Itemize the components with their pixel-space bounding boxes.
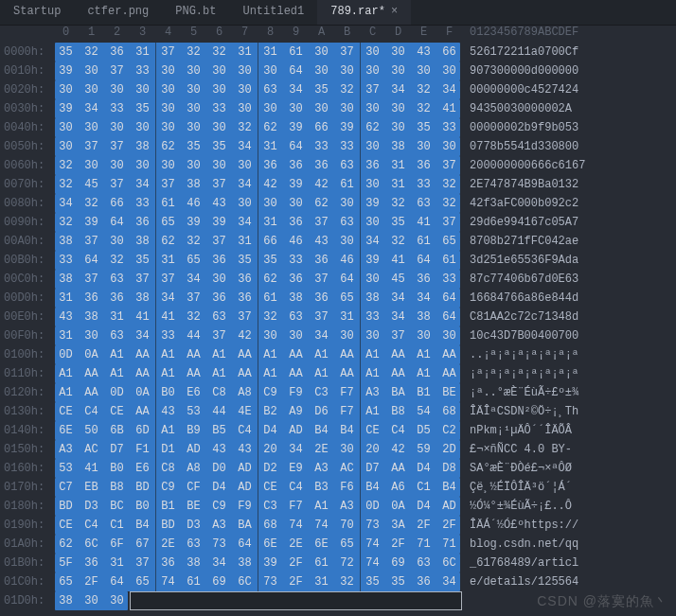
hex-byte[interactable]: 38 — [360, 289, 385, 308]
hex-byte[interactable]: AC — [79, 440, 104, 459]
hex-byte[interactable]: 30 — [334, 194, 360, 213]
hex-byte[interactable]: 30 — [360, 62, 385, 80]
hex-byte[interactable]: F7 — [334, 383, 360, 402]
hex-byte[interactable]: B4 — [334, 421, 360, 440]
hex-byte[interactable]: 30 — [130, 156, 155, 175]
hex-byte[interactable]: 64 — [411, 251, 436, 270]
row-ascii[interactable]: C81AA2c72c71348d — [462, 308, 578, 326]
hex-byte[interactable]: 61 — [258, 289, 283, 308]
hex-byte[interactable]: 31 — [334, 308, 360, 326]
hex-byte[interactable]: AD — [436, 497, 462, 516]
hex-byte[interactable]: 30 — [104, 232, 130, 251]
hex-byte[interactable]: D4 — [206, 478, 232, 497]
hex-byte[interactable]: 30 — [258, 62, 283, 80]
hex-byte[interactable]: 36 — [79, 289, 104, 308]
hex-byte[interactable]: 31 — [309, 572, 334, 591]
hex-byte[interactable]: 36 — [104, 289, 130, 308]
hex-byte[interactable]: 35 — [181, 137, 206, 156]
hex-byte[interactable]: 30 — [360, 213, 385, 232]
hex-byte[interactable]: D2 — [258, 459, 283, 478]
hex-byte[interactable]: 33 — [104, 99, 130, 118]
hex-byte[interactable]: 64 — [104, 572, 130, 591]
hex-byte[interactable]: C9 — [206, 497, 232, 516]
hex-view[interactable]: 0000h:3532363137323231316130373030436652… — [0, 43, 676, 610]
hex-byte[interactable]: 32 — [334, 80, 360, 99]
hex-byte[interactable]: F9 — [232, 497, 258, 516]
hex-row[interactable]: 01C0h:652F64657461696C732F313235353634e/… — [0, 572, 676, 591]
hex-byte[interactable]: 30 — [206, 80, 232, 99]
hex-byte[interactable]: 30 — [232, 62, 258, 80]
hex-byte[interactable]: 44 — [206, 402, 232, 421]
hex-byte[interactable]: 31 — [232, 43, 258, 62]
hex-byte[interactable]: 38 — [181, 175, 206, 194]
hex-byte[interactable]: 30 — [258, 99, 283, 118]
hex-byte[interactable]: D3 — [181, 516, 206, 535]
hex-byte[interactable]: 30 — [181, 80, 206, 99]
close-icon[interactable]: × — [391, 6, 398, 17]
hex-byte[interactable]: 2F — [411, 516, 436, 535]
hex-byte[interactable]: 33 — [309, 137, 334, 156]
hex-byte[interactable]: A1 — [258, 364, 283, 383]
hex-byte[interactable]: B8 — [104, 478, 130, 497]
hex-byte[interactable]: CE — [258, 478, 283, 497]
hex-byte[interactable]: A1 — [258, 345, 283, 364]
hex-byte[interactable]: 36 — [283, 213, 309, 232]
hex-byte[interactable]: 41 — [130, 308, 155, 326]
hex-byte[interactable]: A3 — [334, 497, 360, 516]
hex-byte[interactable]: 35 — [130, 99, 155, 118]
row-ascii[interactable]: _61768489/articl — [462, 554, 578, 572]
row-ascii[interactable]: 94350030000002A — [462, 99, 572, 118]
hex-byte[interactable]: 38 — [53, 232, 79, 251]
hex-byte[interactable]: 63 — [206, 308, 232, 326]
hex-byte[interactable]: 6E — [53, 421, 79, 440]
hex-byte[interactable]: 30 — [309, 99, 334, 118]
hex-row[interactable]: 00F0h:3130633433443742303034303037303010… — [0, 326, 676, 345]
hex-byte[interactable]: 30 — [232, 194, 258, 213]
hex-byte[interactable]: 33 — [436, 118, 462, 137]
hex-byte[interactable]: A1 — [53, 383, 79, 402]
hex-byte[interactable]: 30 — [232, 80, 258, 99]
hex-byte[interactable]: 37 — [155, 43, 181, 62]
hex-byte[interactable]: 37 — [206, 326, 232, 345]
hex-byte[interactable]: 6C — [436, 554, 462, 572]
hex-byte[interactable]: 66 — [309, 118, 334, 137]
hex-row[interactable]: 0000h:3532363137323231316130373030436652… — [0, 43, 676, 62]
hex-byte[interactable]: CE — [53, 402, 79, 421]
hex-byte[interactable]: 34 — [436, 572, 462, 591]
tab-789rar[interactable]: 789.rar*× — [317, 0, 411, 25]
hex-byte[interactable]: 37 — [79, 137, 104, 156]
hex-byte[interactable]: B9 — [181, 421, 206, 440]
hex-byte[interactable]: AA — [232, 364, 258, 383]
row-ascii[interactable]: ¡ª¡ª¡ª¡ª¡ª¡ª¡ª¡ª — [462, 364, 578, 383]
hex-byte[interactable]: 34 — [181, 270, 206, 289]
hex-byte[interactable]: 71 — [411, 535, 436, 554]
hex-byte[interactable]: 30 — [360, 175, 385, 194]
hex-byte[interactable]: 64 — [232, 535, 258, 554]
row-ascii[interactable]: 10c43D7B00400700 — [462, 326, 578, 345]
hex-byte[interactable]: 36 — [411, 270, 436, 289]
hex-byte[interactable]: 35 — [53, 43, 79, 62]
hex-byte[interactable]: AD — [232, 478, 258, 497]
hex-row[interactable]: 0070h:324537343738373442394261303133322E… — [0, 175, 676, 194]
hex-byte[interactable]: BA — [232, 516, 258, 535]
hex-byte[interactable]: 36 — [232, 270, 258, 289]
hex-byte[interactable]: 38 — [411, 308, 436, 326]
hex-byte[interactable]: 37 — [130, 554, 155, 572]
hex-byte[interactable]: 30 — [360, 43, 385, 62]
hex-byte[interactable]: 39 — [360, 251, 385, 270]
hex-row[interactable]: 0190h:CEC4C1B4BDD3A3BA68747470733A2F2FÎÄ… — [0, 516, 676, 535]
hex-row[interactable]: 0030h:3934333530303330303030303030324194… — [0, 99, 676, 118]
hex-byte[interactable]: CF — [181, 478, 206, 497]
hex-byte[interactable]: E6 — [130, 459, 155, 478]
hex-byte[interactable]: B2 — [258, 402, 283, 421]
hex-byte[interactable]: 30 — [334, 440, 360, 459]
hex-byte[interactable]: 30 — [79, 156, 104, 175]
hex-byte[interactable]: 36 — [79, 554, 104, 572]
hex-byte[interactable]: 30 — [283, 194, 309, 213]
hex-byte[interactable]: D1 — [155, 440, 181, 459]
hex-byte[interactable]: 36 — [360, 156, 385, 175]
hex-byte[interactable]: 34 — [360, 232, 385, 251]
row-ascii[interactable]: £¬×ñÑ­CC 4.0 BY- — [462, 440, 572, 459]
hex-byte[interactable]: 68 — [436, 402, 462, 421]
hex-byte[interactable]: 34 — [411, 289, 436, 308]
